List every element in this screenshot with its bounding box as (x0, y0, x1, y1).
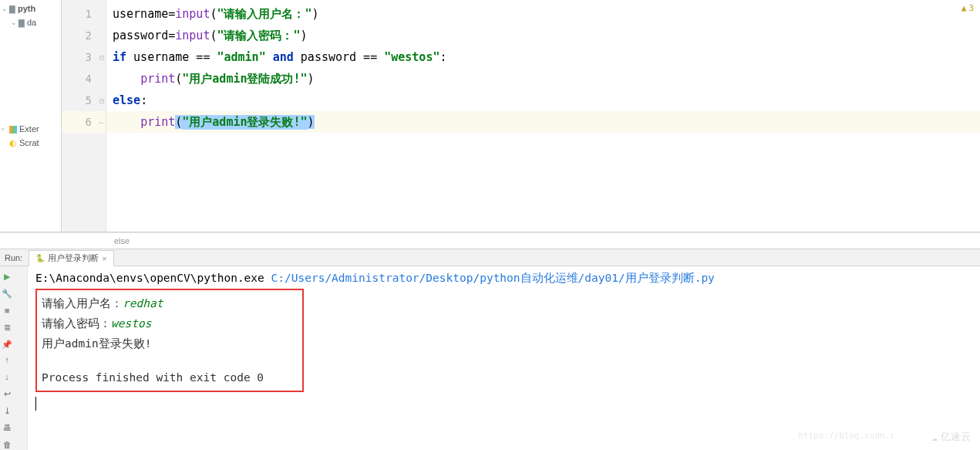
project-tree[interactable]: ⌄ ▇ pyth ⌄ ▇ da › Exter ◐ Scrat (0, 0, 62, 232)
close-icon[interactable]: × (102, 254, 106, 263)
line-number: 6 (86, 116, 92, 128)
output-line: 用户admin登录失败! (42, 333, 298, 354)
scratches[interactable]: ◐ Scrat (0, 136, 61, 150)
inspection-badge[interactable]: ▲ 3 (961, 3, 974, 13)
soft-wrap-button[interactable]: ↩ (2, 388, 12, 399)
line-number: 3 (86, 51, 92, 63)
run-tab[interactable]: 🐍 用户登录判断 × (29, 250, 113, 266)
exit-line: Process finished with exit code 0 (42, 367, 298, 387)
watermark-url: https://blog.csdn.r (798, 431, 895, 441)
code-line-1[interactable]: username=input("请输入用户名：") (106, 3, 980, 25)
external-libraries-label: Exter (19, 124, 39, 134)
folder-icon: ▇ (19, 19, 25, 27)
breadcrumb-current[interactable]: else (114, 236, 130, 245)
command-line: E:\Anaconda\envs\openCV\python.exe C:/Us… (35, 271, 972, 286)
line-number: 1 (86, 8, 92, 20)
tree-child[interactable]: ⌄ ▇ da (0, 15, 61, 29)
up-button[interactable]: ↑ (2, 354, 12, 365)
cloud-icon: ☁ (931, 431, 938, 443)
run-tab-label: 用户登录判断 (48, 252, 99, 264)
run-header: Run: 🐍 用户登录判断 × (0, 249, 980, 266)
rerun-button[interactable]: ▶ (2, 271, 12, 282)
code-line-6[interactable]: print("用户admin登录失败!") (106, 111, 980, 133)
external-libraries[interactable]: › Exter (0, 122, 61, 136)
line-number: 2 (86, 29, 92, 42)
tree-child-label: da (27, 18, 36, 27)
line-gutter: 1 2 3⊟ 4 5⊟ 6⌙ (62, 0, 106, 232)
output-highlight: 请输入用户名：redhat 请输入密码：westos 用户admin登录失败! … (35, 289, 304, 392)
code-line-3[interactable]: if username == "admin" and password == "… (106, 46, 980, 68)
fold-icon[interactable]: ⊟ (99, 53, 104, 62)
code-line-2[interactable]: password=input("请输入密码：") (106, 25, 980, 46)
stop-button[interactable]: ■ (2, 305, 12, 316)
output-line: 请输入密码：westos (42, 313, 298, 333)
output-line: 请输入用户名：redhat (42, 293, 298, 313)
chevron-right-icon: › (2, 125, 9, 133)
run-toolbar-left: ▶ 🔧 ■ ≣ 📌 ↑ ↓ ↩ ⤓ 🖶 🗑 (0, 266, 28, 450)
code-line-4[interactable]: print("用户admin登陆成功!") (106, 68, 980, 90)
pin-button[interactable]: 📌 (2, 339, 12, 350)
run-label: Run: (5, 253, 22, 262)
chevron-down-icon: ⌄ (11, 19, 19, 26)
line-number: 4 (86, 73, 92, 85)
chevron-down-icon: ⌄ (2, 5, 9, 12)
clear-button[interactable]: 🗑 (2, 439, 12, 450)
scratch-icon: ◐ (9, 138, 17, 148)
console-cursor (35, 397, 36, 411)
folder-icon: ▇ (9, 5, 15, 13)
fold-end-icon[interactable]: ⌙ (99, 118, 104, 127)
down-button[interactable]: ↓ (2, 371, 12, 382)
line-number: 5 (86, 94, 92, 107)
scratches-label: Scrat (19, 138, 39, 147)
print-button[interactable]: 🖶 (2, 422, 12, 433)
scroll-to-end-button[interactable]: ⤓ (2, 405, 12, 416)
modify-run-button[interactable]: 🔧 (2, 288, 12, 299)
code-editor[interactable]: ▲ 3 username=input("请输入用户名：") password=i… (106, 0, 980, 232)
breadcrumb-bar[interactable]: else (0, 232, 980, 249)
run-tool-window: Run: 🐍 用户登录判断 × ▶ 🔧 ■ ≣ 📌 ↑ ↓ ↩ ⤓ 🖶 🗑 (0, 249, 980, 450)
warning-icon: ▲ (961, 3, 967, 13)
fold-icon[interactable]: ⊟ (99, 96, 104, 105)
python-icon: 🐍 (35, 254, 45, 262)
watermark-brand: ☁ 亿速云 (931, 430, 971, 444)
tree-root-label: pyth (18, 4, 35, 13)
layout-button[interactable]: ≣ (2, 322, 12, 333)
code-line-5[interactable]: else: (106, 90, 980, 111)
warning-count: 3 (968, 3, 974, 13)
tree-root[interactable]: ⌄ ▇ pyth (0, 2, 61, 15)
library-icon (9, 124, 19, 134)
console-output[interactable]: E:\Anaconda\envs\openCV\python.exe C:/Us… (28, 266, 980, 450)
